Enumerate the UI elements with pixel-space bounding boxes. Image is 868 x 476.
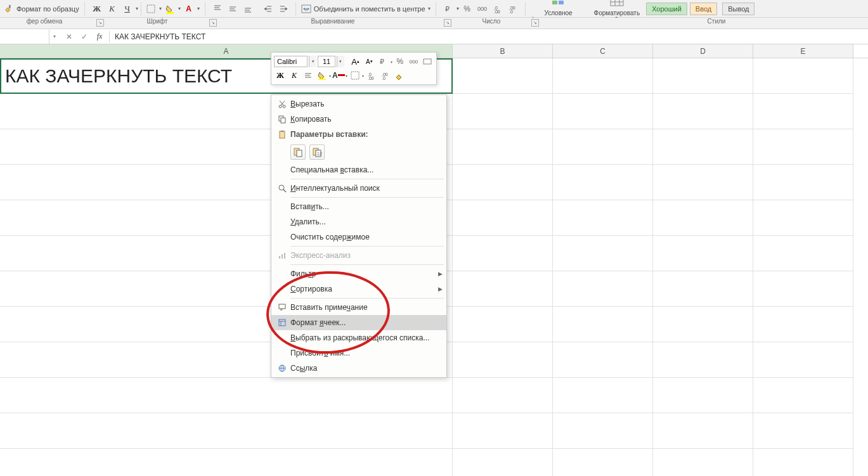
mini-font-dropdown[interactable]: ▾ (309, 56, 316, 67)
col-header-b[interactable]: B (453, 44, 553, 58)
align-top-button[interactable] (211, 2, 224, 16)
mini-decimal-dec-button[interactable]: ,00,0 (379, 69, 392, 82)
group-styles: Стили (634, 18, 799, 25)
cancel-formula-button[interactable]: ✕ (63, 31, 75, 42)
svg-text:₽: ₽ (380, 58, 384, 65)
paste-option-values[interactable]: 123 (309, 145, 325, 160)
group-clipboard: фер обмена (0, 18, 89, 25)
paintbrush-icon (4, 4, 14, 14)
mini-merge-button[interactable] (421, 55, 434, 68)
svg-point-57 (279, 185, 284, 190)
increase-decimal-button[interactable]: ,0,00 (491, 2, 505, 16)
mini-borders-button[interactable] (349, 69, 361, 82)
decrease-indent-button[interactable] (261, 2, 275, 16)
align-bottom-button[interactable] (241, 2, 255, 16)
mini-increase-font-button[interactable]: A▴ (349, 55, 362, 68)
percent-button[interactable]: % (460, 2, 474, 16)
ctx-insert-comment[interactable]: Вставить примечание (271, 300, 446, 315)
ctx-paste-options-row: 123 (271, 142, 446, 162)
svg-text:123: 123 (317, 151, 322, 156)
ctx-copy[interactable]: Копировать (271, 112, 446, 127)
ctx-cut[interactable]: ВВырезатьырезать (271, 96, 446, 112)
accounting-format-button[interactable]: ₽ (441, 2, 455, 16)
ctx-pick-from-list[interactable]: Выбрать из раскрывающегося списка... (271, 330, 446, 345)
ctx-filter[interactable]: Фильтр ▶ (271, 266, 446, 281)
svg-rect-51 (281, 131, 283, 132)
cell-c1[interactable] (553, 58, 653, 94)
format-painter-button[interactable]: Формат по образцу (0, 0, 83, 17)
confirm-formula-button[interactable]: ✓ (79, 31, 90, 42)
name-box[interactable] (0, 30, 49, 44)
underline-button[interactable]: Ч (120, 2, 134, 16)
mini-fill-color-button[interactable] (316, 69, 328, 82)
decrease-decimal-button[interactable]: ,00,0 (506, 2, 520, 16)
cell-e1[interactable] (753, 58, 853, 94)
mini-accounting-button[interactable]: ₽ (377, 55, 389, 68)
col-header-e[interactable]: E (753, 44, 853, 58)
mini-format-painter-button[interactable] (393, 69, 406, 82)
col-header-d[interactable]: D (653, 44, 753, 58)
ctx-sort[interactable]: Сортировка ▶ (271, 281, 446, 297)
alignment-launcher[interactable]: ↘ (444, 19, 451, 27)
chevron-right-icon: ▶ (438, 286, 443, 292)
font-launcher[interactable]: ↘ (209, 19, 217, 27)
svg-rect-39 (351, 72, 359, 79)
link-icon (274, 364, 290, 373)
mini-align-button[interactable] (302, 69, 314, 82)
fill-color-button[interactable] (163, 2, 177, 16)
ctx-special-paste[interactable]: Специальная вставка... (271, 162, 446, 177)
borders-button[interactable] (144, 2, 158, 16)
svg-rect-63 (279, 319, 285, 326)
mini-bold-button[interactable]: Ж (274, 69, 287, 82)
number-launcher[interactable]: ↘ (531, 19, 539, 27)
svg-rect-59 (279, 256, 280, 259)
italic-button[interactable]: К (105, 2, 119, 16)
merge-center-button[interactable]: a Объединить и поместить в центре ▾ (297, 0, 434, 17)
svg-rect-27 (559, 1, 564, 4)
cell-d1[interactable] (653, 58, 753, 94)
ctx-assign-name[interactable]: Присвоить имя... (271, 345, 446, 361)
chevron-right-icon: ▶ (438, 271, 443, 277)
formula-input[interactable]: КАК ЗАЧЕРКНУТЬ ТЕКСТ (110, 32, 868, 41)
ctx-format-cells[interactable]: Формат ячеек... (271, 315, 446, 330)
fx-button[interactable]: fx (94, 31, 105, 42)
align-middle-button[interactable] (226, 2, 240, 16)
mini-decimal-inc-button[interactable]: ,0,00 (365, 69, 378, 82)
table-row (0, 413, 868, 449)
merge-center-label: Объединить и поместить в центре (314, 5, 425, 13)
increase-indent-button[interactable] (276, 2, 290, 16)
mini-size-dropdown[interactable]: ▾ (337, 56, 344, 67)
svg-rect-29 (611, 0, 623, 6)
ctx-clear[interactable]: Очистить содержимое (271, 229, 446, 245)
clipboard-launcher[interactable]: ↘ (96, 19, 104, 27)
ctx-smart-lookup[interactable]: Интеллектуальный поиск (271, 181, 446, 196)
mini-italic-button[interactable]: К (288, 69, 301, 82)
mini-size-select[interactable]: 11 (318, 56, 335, 67)
svg-rect-0 (9, 4, 11, 8)
svg-rect-49 (281, 118, 285, 123)
bold-button[interactable]: Ж (90, 2, 104, 16)
cell-style-output[interactable]: Вывод (722, 3, 755, 15)
ctx-insert[interactable]: Вставить... (271, 199, 446, 214)
ribbon-groups-row: фер обмена ↘ Шрифт ↘ Выравнивание ↘ Числ… (0, 18, 868, 29)
font-color-button[interactable]: A (182, 2, 196, 16)
cell-style-input[interactable]: Ввод (690, 3, 717, 15)
mini-comma-button[interactable]: 000 (408, 55, 420, 68)
merge-icon: a (301, 4, 311, 14)
col-header-c[interactable]: C (553, 44, 653, 58)
table-row (0, 449, 868, 476)
copy-icon (274, 115, 290, 124)
comma-button[interactable]: 000 (476, 2, 489, 16)
cell-b1[interactable] (453, 58, 553, 94)
mini-toolbar: Calibri▾ 11▾ A▴ A▾ ₽▾ % 000 Ж К ▾ A▾ ▾ ,… (271, 52, 437, 85)
mini-font-color-button[interactable]: A (332, 69, 345, 82)
mini-font-select[interactable]: Calibri (274, 56, 308, 67)
ctx-link[interactable]: Ссылка (271, 361, 446, 376)
svg-text:,00: ,00 (368, 76, 374, 80)
mini-percent-button[interactable]: % (394, 55, 406, 68)
ctx-delete[interactable]: Удалить... (271, 214, 446, 229)
cell-style-good[interactable]: Хороший (646, 3, 687, 15)
name-box-dropdown[interactable]: ▾ (49, 34, 60, 39)
paste-option-default[interactable] (290, 145, 306, 160)
mini-decrease-font-button[interactable]: A▾ (363, 55, 375, 68)
